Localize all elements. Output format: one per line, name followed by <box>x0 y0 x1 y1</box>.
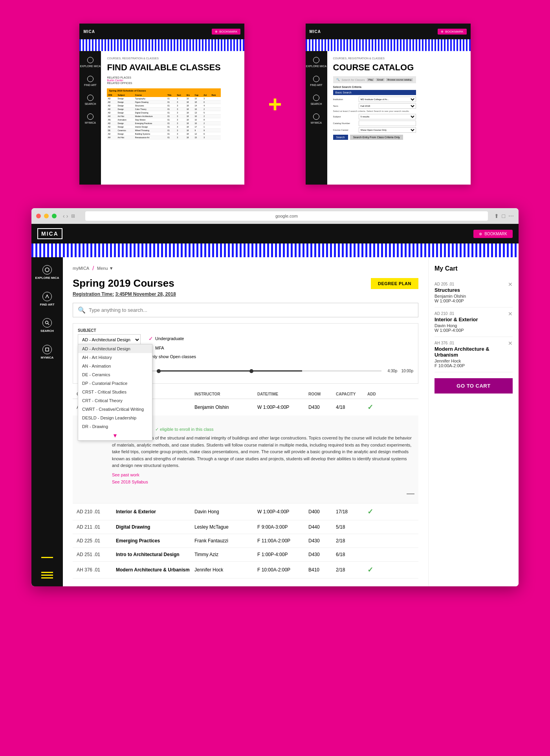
card2-bookmark[interactable]: ⊕ BOOKMARK <box>438 29 466 35</box>
dropdown-scroll-down[interactable]: ▼ <box>78 431 152 440</box>
dropdown-item-dr[interactable]: DR - Drawing <box>78 422 152 431</box>
time-slider-left-thumb[interactable] <box>157 369 161 373</box>
course-instructor-1: Davin Hong <box>194 509 257 514</box>
header-datetime: DATE/TIME <box>257 392 308 396</box>
browser-dot-yellow[interactable] <box>44 214 49 218</box>
dropdown-item-crst[interactable]: CRST - Critical Studies <box>78 388 152 396</box>
search-input[interactable] <box>89 307 413 313</box>
course-add-0[interactable]: ✓ <box>367 403 383 412</box>
search-bar[interactable]: 🔍 <box>73 303 418 317</box>
card2-sidebar: EXPLORE MICA FIND ART SEARCH MYMICA <box>306 51 327 185</box>
page-title: Spring 2019 Courses <box>73 277 174 289</box>
sidebar2-explore[interactable]: EXPLORE MICA <box>306 57 327 68</box>
card1-burtin-link[interactable]: Burtin Center <box>107 79 123 82</box>
page-title-row: Spring 2019 Courses DEGREE PLAN <box>73 277 418 289</box>
see-past-work-link[interactable]: See past work <box>112 472 414 478</box>
course-career-select[interactable]: Show Open Course Only <box>359 127 416 133</box>
cart-item-remove-1[interactable]: ✕ <box>508 311 513 317</box>
dropdown-item-cwrt[interactable]: CWRT - Creative/Critical Writing <box>78 405 152 414</box>
search-btn[interactable]: Search <box>333 135 348 140</box>
table-row: ADDesignBuilding Systems01318126 <box>107 132 220 136</box>
open-classes-filter[interactable]: Only show Open classes <box>148 354 196 359</box>
time-range-start: 4:30p <box>387 369 397 373</box>
course-main-row[interactable]: AD 211 .01 Digital Drawing Lesley McTagu… <box>73 520 418 534</box>
dropdown-item-ah[interactable]: AH - Art History <box>78 353 152 362</box>
undergrad-filter[interactable]: ✓ Undergraduate <box>148 335 196 342</box>
sidebar-mymica[interactable]: MYMICA <box>85 113 96 124</box>
course-instructor-0: Benjamin Olshin <box>194 405 257 410</box>
search-icon-inline: 🔍 <box>78 306 86 314</box>
sidebar2-mymica[interactable]: MYMICA <box>311 113 322 124</box>
sidebar-item-search[interactable]: SEARCH <box>40 318 54 333</box>
page-stripe <box>31 243 519 257</box>
course-datetime-0: W 1:00P-4:00P <box>257 405 308 410</box>
browser-more-icon[interactable]: ⋯ <box>508 213 514 219</box>
catalog-number-input[interactable] <box>359 121 416 126</box>
explore-icon <box>42 265 52 275</box>
reg-time-value: 3:45PM November 28, 2018 <box>115 291 176 297</box>
breadcrumb-menu[interactable]: Menu ▼ <box>97 266 113 271</box>
catalog-search-bar[interactable]: 🔍 Search for Classes Play Email Browse c… <box>333 76 416 83</box>
browser-dot-red[interactable] <box>36 214 41 218</box>
sidebar-explore[interactable]: EXPLORE MICA <box>80 57 101 68</box>
dropdown-item-an[interactable]: AN - Animation <box>78 362 152 370</box>
subject-row: Subject 5 results <box>333 114 416 119</box>
browser-bookmark-icon[interactable]: □ <box>502 213 505 219</box>
see-syllabus-link[interactable]: See 2018 Syllabus <box>112 479 414 485</box>
hamburger-lines[interactable] <box>41 572 53 578</box>
cart-item-remove-2[interactable]: ✕ <box>508 340 513 346</box>
course-add-5[interactable]: ✓ <box>367 566 383 574</box>
institution-select[interactable]: MD Institute College of Ar... <box>359 97 416 102</box>
card1-sidebar: EXPLORE MICA FIND ART SEARCH MYMICA <box>79 51 101 185</box>
mfa-filter[interactable]: ✓ MFA <box>148 345 196 351</box>
time-slider-fill <box>157 370 302 372</box>
cart-item-remove-0[interactable]: ✕ <box>508 281 513 287</box>
browser-chrome: ‹ › ⊞ google.com ⬆ □ ⋯ <box>31 208 519 224</box>
go-to-cart-button[interactable]: GO TO CART <box>434 378 513 394</box>
clear-btn[interactable]: Search Entry From Class Criteria Only <box>350 135 403 140</box>
dropdown-item-dp[interactable]: DP - Curatorial Practice <box>78 379 152 388</box>
course-room-0: D430 <box>308 405 336 410</box>
browser-back-btn[interactable]: ‹ <box>63 213 65 219</box>
breadcrumb-mymica[interactable]: myMICA <box>73 266 89 271</box>
browser-share-icon[interactable]: ⬆ <box>494 213 499 219</box>
term-select[interactable]: Fall 2018 <box>359 103 416 109</box>
sidebar-search[interactable]: SEARCH <box>84 95 96 106</box>
degree-plan-button[interactable]: DEGREE PLAN <box>371 278 418 289</box>
course-main-row[interactable]: AD 210 .01 Interior & Exterior Davin Hon… <box>73 503 418 520</box>
browser-forward-btn[interactable]: › <box>66 213 68 219</box>
card1-title: FIND AVAILABLE CLASSES <box>107 63 220 72</box>
sidebar-item-find-art[interactable]: FIND ART <box>40 292 54 307</box>
subject-select[interactable]: AD - Architectural Design <box>78 334 141 345</box>
sidebar2-find-art[interactable]: FIND ART <box>310 76 323 87</box>
time-end: 10:00p <box>401 369 413 373</box>
time-slider[interactable] <box>117 370 381 372</box>
bookmark-button[interactable]: ⊕ BOOKMARK <box>473 230 513 238</box>
card1-bookmark[interactable]: ⊕ BOOKMARK <box>212 29 240 35</box>
dropdown-item-de[interactable]: DE - Ceramics <box>78 370 152 379</box>
course-add-1[interactable]: ✓ <box>367 507 383 516</box>
browser-dot-green[interactable] <box>52 214 57 218</box>
page-wrapper: MICA ⊕ BOOKMARK E <box>31 224 519 586</box>
dropdown-item-ad[interactable]: AD - Architectural Design <box>78 344 152 353</box>
sidebar2-search[interactable]: SEARCH <box>310 95 322 106</box>
browser-nav-buttons: ‹ › <box>63 213 68 219</box>
added-check-icon: ✓ <box>367 566 373 574</box>
collapse-btn[interactable]: — <box>112 487 414 499</box>
dropdown-item-desld[interactable]: DESLD - Design Leadership <box>78 414 152 422</box>
bookmark-icon: ⊕ <box>479 232 482 236</box>
course-main-row[interactable]: AD 251 .01 Intro to Architectural Design… <box>73 548 418 561</box>
subject-filter[interactable]: 5 results <box>359 114 416 119</box>
browser-url-bar[interactable]: google.com <box>85 211 488 221</box>
header-capacity: CAPACITY <box>336 392 367 396</box>
course-main-row[interactable]: AH 376 .01 Modern Architecture & Urbanis… <box>73 562 418 578</box>
time-slider-right-thumb[interactable] <box>249 369 253 373</box>
card2-breadcrumb: COURSES, REGISTRATION & CLASSES <box>333 57 416 60</box>
sidebar-item-explore[interactable]: EXPLORE MICA <box>35 265 59 280</box>
dropdown-item-crt[interactable]: CRT - Critical Theory <box>78 396 152 405</box>
course-main-row[interactable]: AD 225 .01 Emerging Practices Frank Fant… <box>73 534 418 547</box>
sidebar-item-mymica[interactable]: MYMICA <box>41 345 53 360</box>
sidebar-find-art[interactable]: FIND ART <box>84 76 97 87</box>
course-instructor-5: Jennifer Hock <box>194 567 257 573</box>
mica-logo: MICA <box>37 228 62 239</box>
